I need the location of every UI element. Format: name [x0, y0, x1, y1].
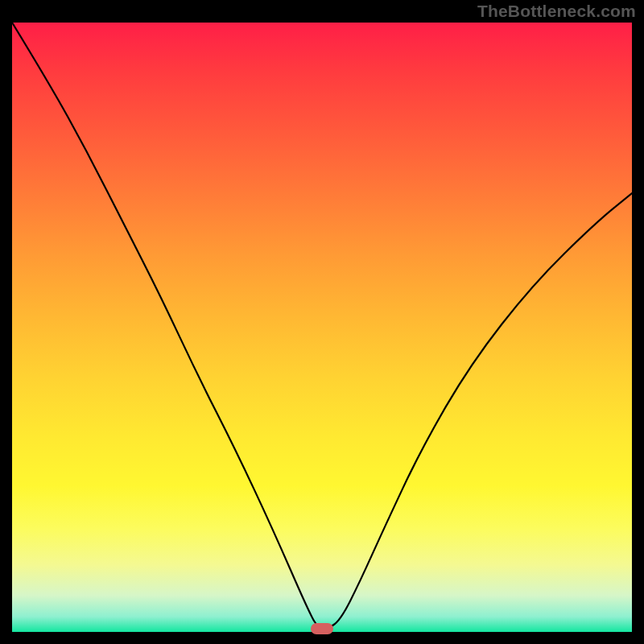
min-marker	[311, 623, 333, 634]
plot-area	[12, 23, 632, 632]
watermark-text: TheBottleneck.com	[477, 2, 636, 21]
chart-stage: TheBottleneck.com	[0, 0, 644, 644]
bottleneck-curve-path	[12, 23, 632, 629]
curve-svg	[12, 23, 632, 632]
